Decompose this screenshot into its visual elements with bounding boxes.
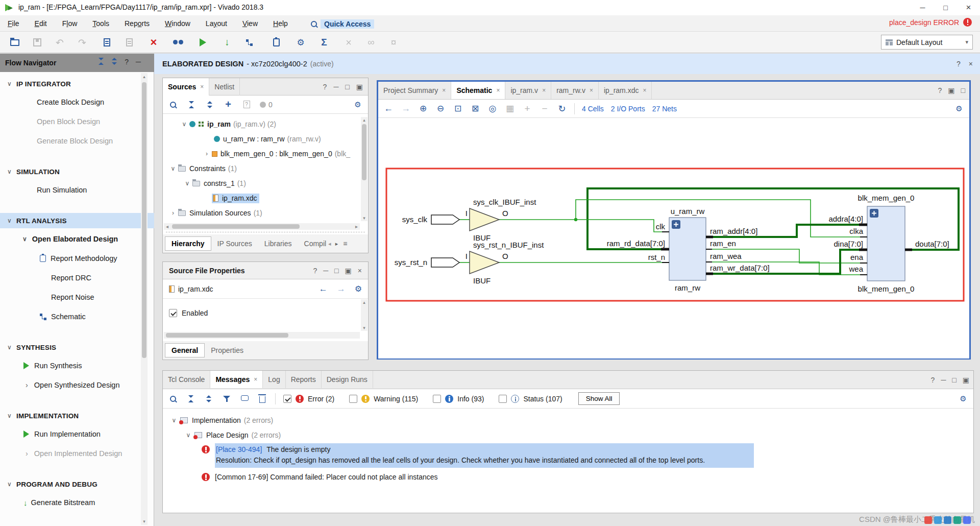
collapse-all-icon[interactable]: [186, 394, 196, 404]
close-icon[interactable]: ×: [358, 267, 362, 275]
minimize-icon[interactable]: ─: [941, 376, 946, 384]
menu-view[interactable]: View: [235, 15, 265, 32]
enabled-checkbox-row[interactable]: Enabled: [169, 309, 208, 317]
menu-file[interactable]: File: [0, 15, 27, 32]
close-icon[interactable]: ×: [496, 87, 500, 94]
tree-row-ip-ram[interactable]: ∨ ip_ram (ip_ram.v) (2): [163, 117, 276, 131]
close-icon[interactable]: ×: [200, 83, 204, 90]
redo-button[interactable]: ↷: [75, 35, 90, 50]
forward-icon[interactable]: →: [401, 104, 411, 114]
chevron-right-icon[interactable]: ›: [203, 150, 211, 157]
chevron-down-icon[interactable]: ∨: [180, 121, 188, 128]
filter-info[interactable]: Info (93): [433, 395, 484, 403]
error-code-link[interactable]: [Place 30-494]: [216, 445, 262, 453]
flow-item-run-simulation[interactable]: Run Simulation: [0, 182, 146, 198]
menu-edit[interactable]: Edit: [27, 15, 55, 32]
gear-icon[interactable]: ⚙: [954, 104, 964, 114]
section-implementation[interactable]: ∨ IMPLEMENTATION: [0, 408, 146, 423]
expand-cone-icon[interactable]: +: [522, 104, 532, 114]
open-project-button[interactable]: [7, 35, 22, 50]
filter-error[interactable]: Error (2): [283, 395, 334, 403]
message-row-place-design[interactable]: ∨ Place Design (2 errors): [184, 429, 281, 441]
tab-ip-ram-xdc[interactable]: ip_ram.xdc×: [599, 82, 652, 99]
flow-item-open-elaborated-design[interactable]: ∨ Open Elaborated Design: [0, 231, 146, 247]
flow-item-generate-block-design[interactable]: Generate Block Design: [0, 133, 146, 149]
chevron-down-icon[interactable]: ∨: [184, 432, 192, 439]
tree-row-u-ram-rw[interactable]: u_ram_rw : ram_rw (ram_rw.v): [163, 132, 321, 146]
menu-tools[interactable]: Tools: [85, 15, 117, 32]
tab-netlist[interactable]: Netlist: [209, 78, 240, 95]
help-doc-icon[interactable]: ?: [241, 100, 252, 110]
close-icon[interactable]: ×: [542, 87, 546, 94]
gear-icon[interactable]: ⚙: [353, 100, 363, 110]
float-icon[interactable]: ▣: [948, 86, 954, 94]
section-rtl-analysis[interactable]: ∨ RTL ANALYSIS: [0, 213, 154, 228]
menu-flow[interactable]: Flow: [55, 15, 85, 32]
maximize-icon[interactable]: □: [334, 267, 338, 275]
warning-checkbox[interactable]: [349, 395, 357, 403]
error-checkbox[interactable]: [283, 395, 291, 403]
layout-selector[interactable]: Default Layout ▾: [881, 35, 973, 50]
minimize-panel-icon[interactable]: ─: [136, 58, 141, 66]
float-icon[interactable]: ▣: [345, 267, 352, 275]
help-icon[interactable]: ?: [931, 376, 935, 384]
back-icon[interactable]: ←: [383, 104, 394, 114]
disabled-tool-2[interactable]: ∞: [363, 35, 379, 50]
collapse-cone-icon[interactable]: −: [540, 104, 550, 114]
help-icon[interactable]: ?: [323, 83, 327, 91]
info-checkbox[interactable]: [433, 395, 441, 403]
filter-warning[interactable]: Warning (115): [349, 395, 418, 403]
help-icon[interactable]: ?: [125, 58, 129, 66]
search-icon[interactable]: [168, 100, 178, 110]
minimize-icon[interactable]: ─: [333, 83, 338, 91]
close-icon[interactable]: ×: [254, 376, 257, 383]
sigma-button[interactable]: Σ: [316, 35, 332, 50]
delete-button[interactable]: ×: [146, 35, 161, 50]
message-row-implementation[interactable]: ∨ Implementation (2 errors): [170, 414, 273, 426]
tree-row-ip-ram-xdc[interactable]: ip_ram.xdc: [163, 191, 259, 205]
enabled-checkbox[interactable]: [169, 309, 177, 317]
forward-icon[interactable]: →: [337, 284, 346, 294]
help-icon[interactable]: ?: [957, 60, 961, 68]
chevron-down-icon[interactable]: ∨: [169, 165, 177, 172]
collapse-all-icon[interactable]: [186, 100, 197, 110]
schematic-canvas[interactable]: sys_clk sys_clk_IBUF_inst I O IBUF sys_r…: [378, 118, 969, 358]
tab-reports[interactable]: Reports: [286, 371, 322, 388]
zoom-in-icon[interactable]: ⊕: [418, 104, 428, 114]
maximize-icon[interactable]: □: [345, 83, 349, 91]
float-icon[interactable]: ▣: [356, 83, 363, 91]
tab-ip-ram-v[interactable]: ip_ram.v×: [505, 82, 551, 99]
paste-button[interactable]: [121, 35, 137, 50]
tab-schematic[interactable]: Schematic×: [451, 82, 505, 99]
flow-item-run-synthesis[interactable]: Run Synthesis: [0, 358, 146, 373]
flow-item-open-implemented-design[interactable]: › Open Implemented Design: [0, 446, 146, 461]
tree-row-simulation-sources[interactable]: › Simulation Sources (1): [163, 206, 262, 220]
gear-icon[interactable]: ⚙: [355, 284, 362, 294]
gear-icon[interactable]: ⚙: [958, 394, 968, 404]
tab-scroll-left-icon[interactable]: ◂: [328, 241, 331, 247]
chevron-right-icon[interactable]: ›: [169, 209, 177, 217]
tab-tcl-console[interactable]: Tcl Console: [163, 371, 210, 388]
status-checkbox[interactable]: [499, 395, 507, 403]
filter-status[interactable]: Status (107): [499, 395, 562, 403]
section-program-debug[interactable]: ∨ PROGRAM AND DEBUG: [0, 476, 146, 492]
flow-item-open-synthesized-design[interactable]: › Open Synthesized Design: [0, 377, 146, 393]
flow-item-generate-bitstream[interactable]: ↓ Generate Bitstream: [0, 495, 146, 510]
comment-icon[interactable]: [239, 394, 250, 404]
net-clk[interactable]: [499, 220, 662, 232]
cells-count-link[interactable]: 4 Cells: [582, 105, 604, 113]
undo-button[interactable]: ↶: [52, 35, 67, 50]
nets-count-link[interactable]: 27 Nets: [652, 105, 677, 113]
message-row-place-error[interactable]: [Place 30-494] The design is empty Resol…: [202, 443, 754, 468]
tab-project-summary[interactable]: Project Summary×: [378, 82, 451, 99]
message-row-common-error[interactable]: [Common 17-69] Command failed: Placer co…: [202, 471, 438, 483]
sfp-vscrollbar[interactable]: ▴ ▾: [361, 299, 368, 331]
tab-properties[interactable]: Properties: [205, 344, 250, 357]
flow-item-open-block-design[interactable]: Open Block Design: [0, 114, 146, 129]
tab-ram-rw-v[interactable]: ram_rw.v×: [551, 82, 599, 99]
flow-navigator-scrollbar[interactable]: ▴ ▾: [141, 73, 148, 525]
maximize-icon[interactable]: □: [952, 376, 956, 384]
sfp-hscrollbar[interactable]: [164, 332, 360, 339]
section-synthesis[interactable]: ∨ SYNTHESIS: [0, 340, 146, 355]
sources-vscrollbar[interactable]: ▴ ▾: [361, 117, 368, 221]
